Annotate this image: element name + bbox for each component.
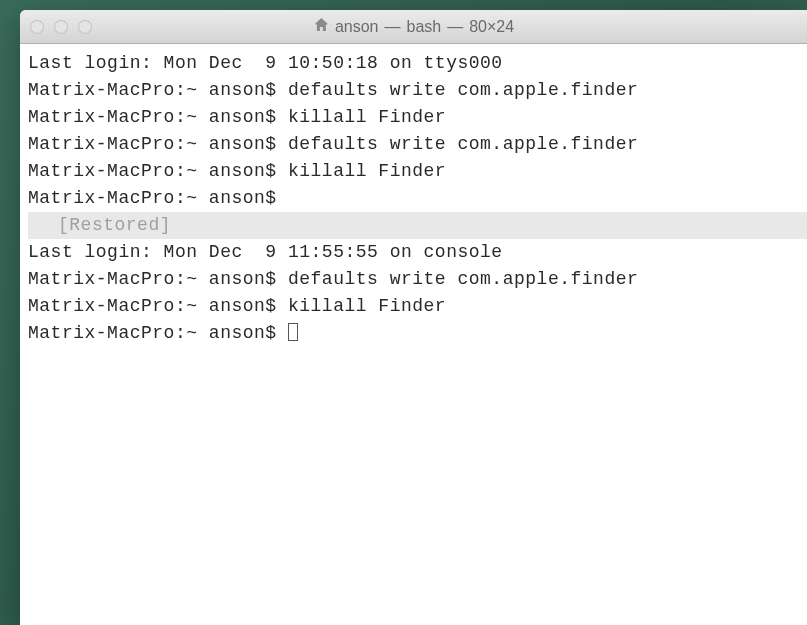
traffic-lights: [30, 20, 92, 34]
terminal-line: Matrix-MacPro:~ anson$ defaults write co…: [28, 131, 807, 158]
terminal-line: Matrix-MacPro:~ anson$ defaults write co…: [28, 266, 807, 293]
terminal-body[interactable]: Last login: Mon Dec 9 10:50:18 on ttys00…: [20, 44, 807, 625]
close-button[interactable]: [30, 20, 44, 34]
title-sep2: —: [447, 18, 463, 36]
prompt-line[interactable]: Matrix-MacPro:~ anson$: [28, 320, 807, 347]
maximize-button[interactable]: [78, 20, 92, 34]
terminal-line: Matrix-MacPro:~ anson$: [28, 185, 807, 212]
cursor: [288, 323, 298, 341]
title-shell: bash: [406, 18, 441, 36]
window-title: anson — bash — 80×24: [313, 17, 514, 36]
titlebar[interactable]: anson — bash — 80×24: [20, 10, 807, 44]
home-icon: [313, 17, 329, 36]
terminal-line: Last login: Mon Dec 9 11:55:55 on consol…: [28, 239, 807, 266]
terminal-line: Matrix-MacPro:~ anson$ defaults write co…: [28, 77, 807, 104]
prompt-text: Matrix-MacPro:~ anson$: [28, 323, 288, 343]
title-sep1: —: [384, 18, 400, 36]
title-size: 80×24: [469, 18, 514, 36]
terminal-line: Matrix-MacPro:~ anson$ killall Finder: [28, 104, 807, 131]
terminal-line: Last login: Mon Dec 9 10:50:18 on ttys00…: [28, 50, 807, 77]
terminal-line: Matrix-MacPro:~ anson$ killall Finder: [28, 293, 807, 320]
minimize-button[interactable]: [54, 20, 68, 34]
restored-marker: [Restored]: [28, 212, 807, 239]
terminal-window: anson — bash — 80×24 Last login: Mon Dec…: [20, 10, 807, 625]
title-user: anson: [335, 18, 379, 36]
terminal-line: Matrix-MacPro:~ anson$ killall Finder: [28, 158, 807, 185]
